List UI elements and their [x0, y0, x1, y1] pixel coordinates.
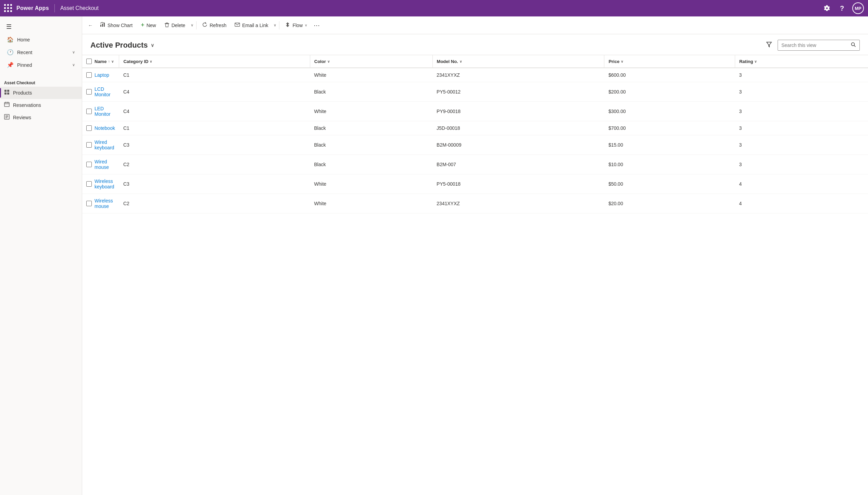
sidebar-item-recent[interactable]: 🕐 Recent ∨ [3, 46, 79, 58]
row-4-name[interactable]: Wired keyboard [95, 139, 115, 150]
header-divider [54, 4, 55, 12]
delete-button[interactable]: Delete [160, 20, 189, 30]
row-4-model: B2M-00009 [432, 135, 604, 155]
search-button[interactable] [847, 40, 859, 50]
th-rating-label-btn[interactable]: Rating ∨ [739, 59, 864, 64]
email-link-button[interactable]: Email a Link [230, 20, 272, 30]
sidebar-item-products[interactable]: Products [0, 87, 82, 99]
row-1-name[interactable]: LCD Monitor [95, 86, 115, 97]
select-all-checkbox[interactable] [86, 59, 92, 64]
home-icon: 🏠 [7, 36, 14, 43]
row-7-model: 2341XYXZ [432, 194, 604, 213]
row-checkbox-4[interactable] [86, 142, 92, 148]
row-5-model: B2M-007 [432, 155, 604, 174]
row-checkbox-0[interactable] [86, 72, 92, 78]
email-icon [235, 22, 240, 28]
list-header: Active Products ∨ [82, 34, 868, 55]
sidebar-item-reviews[interactable]: Reviews [0, 111, 82, 124]
th-price-label-btn[interactable]: Price ∨ [608, 59, 731, 64]
row-6-color: White [310, 174, 432, 194]
row-checkbox-5[interactable] [86, 162, 92, 167]
th-model-no: Model No. ∨ [432, 55, 604, 68]
new-button[interactable]: + New [137, 20, 160, 31]
th-category-label-btn[interactable]: Category ID ∨ [123, 59, 305, 64]
row-5-check-name: Wired mouse [82, 155, 119, 174]
email-chevron-button[interactable]: ∨ [272, 21, 278, 29]
sidebar-top: ☰ 🏠 Home 🕐 Recent ∨ 📌 Pinned ∨ [0, 16, 82, 75]
refresh-label: Refresh [210, 23, 226, 28]
table-row[interactable]: Wired mouse C2 Black B2M-007 $10.00 3 [82, 155, 868, 174]
settings-icon[interactable] [822, 3, 832, 13]
apps-grid-icon[interactable] [4, 4, 12, 12]
header-right: ? MP [822, 2, 864, 14]
flow-button[interactable]: Flow ∨ [281, 20, 311, 30]
row-4-rating: 3 [735, 135, 868, 155]
row-0-color: White [310, 68, 432, 82]
row-2-model: PY9-00018 [432, 102, 604, 121]
th-price: Price ∨ [604, 55, 735, 68]
delete-chevron-button[interactable]: ∨ [189, 21, 195, 29]
row-3-model: J5D-00018 [432, 121, 604, 135]
sidebar-item-home[interactable]: 🏠 Home [3, 34, 79, 46]
row-2-name[interactable]: LED Monitor [95, 106, 115, 117]
th-model-label: Model No. [437, 59, 458, 64]
row-6-name[interactable]: Wireless keyboard [95, 178, 115, 189]
row-7-name[interactable]: Wireless mouse [95, 198, 115, 209]
table-row[interactable]: Notebook C1 Black J5D-00018 $700.00 3 [82, 121, 868, 135]
toolbar: ← Show Chart + New [82, 16, 868, 34]
row-checkbox-2[interactable] [86, 109, 92, 114]
hamburger-menu-button[interactable]: ☰ [3, 21, 15, 33]
row-5-category: C2 [119, 155, 310, 174]
table-row[interactable]: Wireless mouse C2 White 2341XYXZ $20.00 … [82, 194, 868, 213]
row-3-name[interactable]: Notebook [95, 125, 115, 131]
reservations-icon [4, 102, 10, 109]
filter-icon[interactable] [765, 40, 773, 51]
sidebar-item-reservations[interactable]: Reservations [0, 99, 82, 111]
row-1-rating: 3 [735, 82, 868, 102]
row-6-model: PY5-00018 [432, 174, 604, 194]
table-row[interactable]: LCD Monitor C4 Black PY5-00012 $200.00 3 [82, 82, 868, 102]
row-checkbox-6[interactable] [86, 181, 92, 187]
row-checkbox-3[interactable] [86, 125, 92, 131]
search-input[interactable] [778, 40, 847, 50]
svg-rect-2 [4, 92, 7, 95]
recent-icon: 🕐 [7, 49, 14, 55]
row-4-color: Black [310, 135, 432, 155]
sidebar-section-title: Asset Checkout [0, 75, 82, 87]
svg-marker-18 [767, 42, 771, 47]
th-name[interactable]: Name ↑ ∨ [95, 59, 114, 64]
refresh-icon [202, 22, 207, 28]
refresh-button[interactable]: Refresh [198, 20, 230, 30]
table-row[interactable]: Laptop C1 White 2341XYXZ $600.00 3 [82, 68, 868, 82]
row-0-price: $600.00 [604, 68, 735, 82]
sidebar-item-pinned[interactable]: 📌 Pinned ∨ [3, 59, 79, 71]
delete-icon [164, 22, 169, 28]
name-sort-asc-icon: ↑ [108, 59, 110, 63]
row-0-name[interactable]: Laptop [95, 72, 109, 78]
table-row[interactable]: LED Monitor C4 White PY9-00018 $300.00 3 [82, 102, 868, 121]
th-model-label-btn[interactable]: Model No. ∨ [437, 59, 600, 64]
row-5-name[interactable]: Wired mouse [95, 159, 115, 170]
svg-line-20 [854, 46, 856, 47]
th-category-label: Category ID [123, 59, 148, 64]
row-checkbox-7[interactable] [86, 201, 92, 206]
th-color: Color ∨ [310, 55, 432, 68]
row-6-check-name: Wireless keyboard [82, 174, 119, 194]
row-5-color: Black [310, 155, 432, 174]
back-button[interactable]: ← [85, 20, 96, 31]
more-button[interactable]: ⋯ [311, 20, 322, 31]
svg-rect-6 [8, 102, 8, 103]
table-row[interactable]: Wired keyboard C3 Black B2M-00009 $15.00… [82, 135, 868, 155]
avatar[interactable]: MP [852, 2, 864, 14]
th-color-label-btn[interactable]: Color ∨ [314, 59, 428, 64]
row-5-rating: 3 [735, 155, 868, 174]
help-icon[interactable]: ? [837, 3, 847, 13]
th-price-label: Price [608, 59, 619, 64]
show-chart-button[interactable]: Show Chart [96, 20, 137, 30]
list-title[interactable]: Active Products ∨ [90, 41, 154, 50]
flow-label: Flow [292, 23, 303, 28]
color-chevron-icon: ∨ [327, 60, 330, 63]
row-checkbox-1[interactable] [86, 89, 92, 95]
table-row[interactable]: Wireless keyboard C3 White PY5-00018 $50… [82, 174, 868, 194]
list-title-text: Active Products [90, 41, 148, 50]
